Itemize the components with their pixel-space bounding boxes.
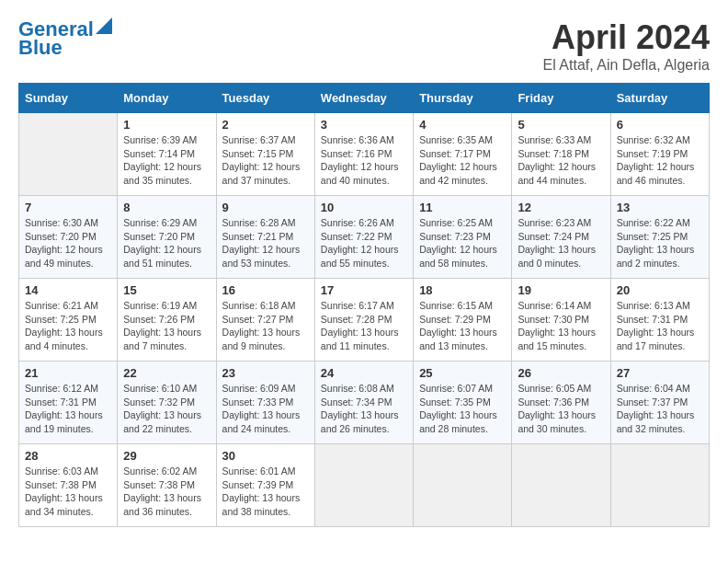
- daylight-text: Daylight: 13 hours and 30 minutes.: [518, 408, 604, 435]
- calendar-cell: 18Sunrise: 6:15 AMSunset: 7:29 PMDayligh…: [414, 279, 512, 362]
- day-number: 25: [419, 366, 506, 380]
- sunset-text: Sunset: 7:25 PM: [25, 313, 111, 327]
- calendar-cell: 26Sunrise: 6:05 AMSunset: 7:36 PMDayligh…: [512, 362, 610, 444]
- day-info: Sunrise: 6:36 AMSunset: 7:16 PMDaylight:…: [321, 133, 407, 188]
- sunrise-text: Sunrise: 6:01 AM: [222, 465, 309, 478]
- sunset-text: Sunset: 7:23 PM: [419, 230, 506, 244]
- sunset-text: Sunset: 7:29 PM: [419, 313, 506, 327]
- calendar-cell: 21Sunrise: 6:12 AMSunset: 7:31 PMDayligh…: [19, 362, 118, 444]
- day-number: 18: [419, 283, 506, 297]
- sunset-text: Sunset: 7:24 PM: [518, 230, 604, 244]
- sunrise-text: Sunrise: 6:36 AM: [321, 133, 407, 147]
- daylight-text: Daylight: 12 hours and 51 minutes.: [123, 243, 210, 270]
- calendar-cell: 5Sunrise: 6:33 AMSunset: 7:18 PMDaylight…: [512, 113, 610, 196]
- daylight-text: Daylight: 12 hours and 40 minutes.: [321, 160, 407, 187]
- sunrise-text: Sunrise: 6:29 AM: [123, 216, 210, 230]
- day-number: 6: [617, 118, 703, 132]
- daylight-text: Daylight: 13 hours and 7 minutes.: [123, 326, 210, 352]
- daylight-text: Daylight: 12 hours and 35 minutes.: [123, 160, 210, 187]
- daylight-text: Daylight: 13 hours and 22 minutes.: [123, 408, 210, 435]
- day-info: Sunrise: 6:07 AMSunset: 7:35 PMDaylight:…: [419, 382, 506, 436]
- daylight-text: Daylight: 12 hours and 42 minutes.: [419, 160, 506, 187]
- calendar-cell: 15Sunrise: 6:19 AMSunset: 7:26 PMDayligh…: [118, 279, 216, 362]
- day-number: 14: [25, 283, 111, 297]
- day-number: 22: [123, 366, 210, 380]
- sunrise-text: Sunrise: 6:26 AM: [321, 216, 407, 230]
- daylight-text: Daylight: 12 hours and 44 minutes.: [518, 160, 604, 187]
- day-info: Sunrise: 6:28 AMSunset: 7:21 PMDaylight:…: [222, 216, 309, 270]
- calendar-cell: 14Sunrise: 6:21 AMSunset: 7:25 PMDayligh…: [19, 279, 118, 362]
- calendar-cell: 17Sunrise: 6:17 AMSunset: 7:28 PMDayligh…: [314, 279, 413, 362]
- day-info: Sunrise: 6:22 AMSunset: 7:25 PMDaylight:…: [617, 216, 703, 270]
- day-info: Sunrise: 6:09 AMSunset: 7:33 PMDaylight:…: [222, 382, 309, 436]
- calendar-cell: 29Sunrise: 6:02 AMSunset: 7:38 PMDayligh…: [118, 444, 216, 527]
- calendar-cell: 16Sunrise: 6:18 AMSunset: 7:27 PMDayligh…: [216, 279, 314, 362]
- daylight-text: Daylight: 13 hours and 24 minutes.: [222, 408, 309, 435]
- daylight-text: Daylight: 13 hours and 4 minutes.: [25, 326, 111, 352]
- column-header-friday: Friday: [512, 84, 610, 113]
- day-info: Sunrise: 6:39 AMSunset: 7:14 PMDaylight:…: [123, 133, 210, 188]
- sunrise-text: Sunrise: 6:33 AM: [518, 133, 604, 147]
- logo: General Blue: [18, 18, 112, 59]
- day-info: Sunrise: 6:37 AMSunset: 7:15 PMDaylight:…: [222, 133, 309, 188]
- sunrise-text: Sunrise: 6:28 AM: [222, 216, 309, 230]
- sunset-text: Sunset: 7:33 PM: [222, 396, 309, 409]
- calendar-cell: 13Sunrise: 6:22 AMSunset: 7:25 PMDayligh…: [610, 196, 709, 279]
- sunrise-text: Sunrise: 6:39 AM: [123, 133, 210, 147]
- daylight-text: Daylight: 13 hours and 17 minutes.: [617, 326, 703, 352]
- day-info: Sunrise: 6:05 AMSunset: 7:36 PMDaylight:…: [518, 382, 604, 436]
- calendar-cell: 20Sunrise: 6:13 AMSunset: 7:31 PMDayligh…: [610, 279, 709, 362]
- sunset-text: Sunset: 7:18 PM: [518, 147, 604, 161]
- day-number: 7: [25, 201, 111, 214]
- sunrise-text: Sunrise: 6:17 AM: [321, 299, 407, 313]
- sunrise-text: Sunrise: 6:05 AM: [518, 382, 604, 396]
- calendar-cell: 19Sunrise: 6:14 AMSunset: 7:30 PMDayligh…: [512, 279, 610, 362]
- day-number: 11: [419, 201, 506, 214]
- sunrise-text: Sunrise: 6:18 AM: [222, 299, 309, 313]
- calendar-header-row: SundayMondayTuesdayWednesdayThursdayFrid…: [19, 84, 710, 113]
- day-number: 26: [518, 366, 604, 380]
- sunset-text: Sunset: 7:22 PM: [321, 230, 407, 244]
- calendar-cell: 1Sunrise: 6:39 AMSunset: 7:14 PMDaylight…: [118, 113, 216, 196]
- sunset-text: Sunset: 7:21 PM: [222, 230, 309, 244]
- day-info: Sunrise: 6:03 AMSunset: 7:38 PMDaylight:…: [25, 465, 111, 519]
- sunrise-text: Sunrise: 6:07 AM: [419, 382, 506, 396]
- day-info: Sunrise: 6:01 AMSunset: 7:39 PMDaylight:…: [222, 465, 309, 519]
- day-number: 21: [25, 366, 111, 380]
- calendar-week-row: 21Sunrise: 6:12 AMSunset: 7:31 PMDayligh…: [19, 362, 710, 444]
- sunset-text: Sunset: 7:30 PM: [518, 313, 604, 327]
- calendar-cell: 27Sunrise: 6:04 AMSunset: 7:37 PMDayligh…: [610, 362, 709, 444]
- day-number: 9: [222, 201, 309, 214]
- calendar-cell: 24Sunrise: 6:08 AMSunset: 7:34 PMDayligh…: [314, 362, 413, 444]
- sunrise-text: Sunrise: 6:32 AM: [617, 133, 703, 147]
- sunset-text: Sunset: 7:38 PM: [123, 478, 210, 492]
- day-info: Sunrise: 6:33 AMSunset: 7:18 PMDaylight:…: [518, 133, 604, 188]
- calendar-cell: 28Sunrise: 6:03 AMSunset: 7:38 PMDayligh…: [19, 444, 118, 527]
- column-header-thursday: Thursday: [414, 84, 512, 113]
- daylight-text: Daylight: 13 hours and 28 minutes.: [419, 408, 506, 435]
- day-info: Sunrise: 6:32 AMSunset: 7:19 PMDaylight:…: [617, 133, 703, 188]
- sunset-text: Sunset: 7:15 PM: [222, 147, 309, 161]
- day-number: 5: [518, 118, 604, 132]
- sunrise-text: Sunrise: 6:21 AM: [25, 299, 111, 313]
- logo-blue: Blue: [18, 37, 63, 59]
- sunset-text: Sunset: 7:17 PM: [419, 147, 506, 161]
- sunset-text: Sunset: 7:16 PM: [321, 147, 407, 161]
- day-info: Sunrise: 6:18 AMSunset: 7:27 PMDaylight:…: [222, 299, 309, 353]
- daylight-text: Daylight: 12 hours and 37 minutes.: [222, 160, 309, 187]
- day-info: Sunrise: 6:26 AMSunset: 7:22 PMDaylight:…: [321, 216, 407, 270]
- calendar-week-row: 7Sunrise: 6:30 AMSunset: 7:20 PMDaylight…: [19, 196, 710, 279]
- day-number: 17: [321, 283, 407, 297]
- day-info: Sunrise: 6:04 AMSunset: 7:37 PMDaylight:…: [617, 382, 703, 436]
- day-info: Sunrise: 6:10 AMSunset: 7:32 PMDaylight:…: [123, 382, 210, 436]
- sunrise-text: Sunrise: 6:22 AM: [617, 216, 703, 230]
- column-header-monday: Monday: [118, 84, 216, 113]
- sunset-text: Sunset: 7:32 PM: [123, 396, 210, 409]
- calendar-cell: 8Sunrise: 6:29 AMSunset: 7:20 PMDaylight…: [118, 196, 216, 279]
- sunrise-text: Sunrise: 6:02 AM: [123, 465, 210, 478]
- day-number: 27: [617, 366, 703, 380]
- day-info: Sunrise: 6:02 AMSunset: 7:38 PMDaylight:…: [123, 465, 210, 519]
- day-number: 19: [518, 283, 604, 297]
- sunset-text: Sunset: 7:35 PM: [419, 396, 506, 409]
- day-number: 13: [617, 201, 703, 214]
